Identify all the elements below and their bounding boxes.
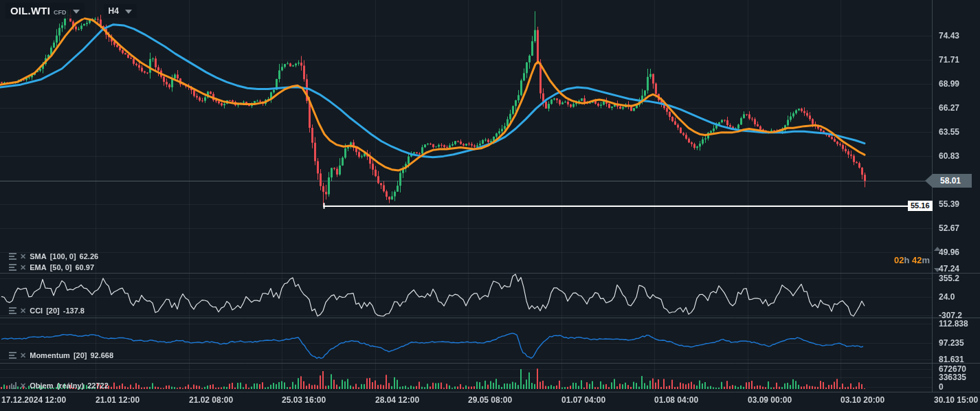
price-tick-label: 52.67 [939, 223, 959, 233]
price-tick-label: 63.55 [939, 127, 959, 137]
candle-countdown-timer: 02h 42m [894, 255, 930, 265]
indicator-params: [50, 0] [50, 263, 72, 271]
time-tick-label: 03.09 00:00 [748, 395, 792, 405]
time-tick-label: 29.05 08:00 [468, 395, 512, 405]
momentum-tick-label: 112.838 [939, 319, 968, 329]
price-tick-label: 66.27 [939, 103, 959, 113]
momentum-tick-label: 81.631 [939, 355, 964, 364]
time-tick-label: 01.07 04:00 [561, 395, 605, 405]
chevron-down-icon[interactable] [73, 10, 80, 14]
volume-tick-label: 336335 [939, 373, 966, 382]
price-tick-label: 47.24 [939, 264, 959, 274]
price-tick-label: 55.39 [939, 199, 959, 209]
symbol-name: OIL.WTI [10, 5, 50, 16]
time-tick-label: 03.10 20:00 [840, 395, 884, 405]
indicator-row-momentum: ✕ Momentum [20] 92.668 [8, 351, 113, 359]
indicator-value: -137.8 [63, 307, 85, 315]
time-tick-label: 17.12.2024 12:00 [1, 395, 66, 405]
indicator-remove-icon[interactable]: ✕ [20, 307, 26, 314]
indicator-name: SMA [30, 252, 46, 260]
indicator-settings-icon[interactable] [8, 307, 16, 315]
indicator-name: Momentum [30, 351, 70, 359]
indicator-value: 92.668 [90, 351, 113, 359]
indicator-remove-icon[interactable]: ✕ [20, 264, 26, 271]
support-line-label[interactable]: 55.16 [908, 201, 933, 211]
instrument-type-label: CFD [54, 9, 67, 16]
price-tick-label: 71.71 [939, 55, 959, 65]
chart-header: OIL.WTI CFD H4 [5, 3, 137, 19]
cci-tick-label: 24.0 [939, 292, 955, 302]
time-tick-label: 21.02 08:00 [189, 395, 233, 405]
indicator-value: 22722 [87, 381, 109, 390]
cci-tick-label: 355.2 [939, 274, 959, 283]
indicator-params: [20] [46, 307, 60, 315]
indicator-params: [100, 0] [50, 252, 76, 260]
timeframe-selector[interactable]: H4 [104, 4, 137, 18]
timeframe-label: H4 [109, 6, 119, 16]
price-tick-label: 60.83 [939, 151, 959, 161]
indicator-value: 62.26 [80, 252, 99, 260]
time-tick-label: 21.01 12:00 [96, 395, 140, 405]
indicator-name: EMA [30, 263, 46, 271]
chevron-down-icon[interactable] [125, 10, 132, 14]
time-tick-label: 25.03 16:00 [282, 395, 326, 405]
indicator-params: [20] [74, 351, 87, 359]
bar-chart-icon[interactable] [8, 382, 16, 390]
indicator-value: 60.97 [75, 263, 94, 271]
momentum-tick-label: 97.235 [939, 338, 964, 348]
timer-hours: 02 [894, 255, 904, 265]
indicator-row-sma: ✕ SMA [100, 0] 62.26 [8, 252, 98, 260]
timer-minutes-unit: m [922, 255, 930, 265]
indicator-name: Objem [30, 381, 53, 390]
time-tick-label: 28.04 12:00 [375, 395, 419, 405]
price-tick-label: 49.96 [939, 247, 959, 257]
indicator-settings-icon[interactable] [8, 253, 16, 260]
timer-minutes: 42 [912, 255, 922, 265]
indicator-row-volume: ✕ Objem (reálny) 22722 [8, 381, 109, 390]
indicator-row-ema: ✕ EMA [50, 0] 60.97 [8, 263, 94, 271]
chart-canvas[interactable] [0, 0, 980, 411]
volume-tick-label: 0 [939, 382, 944, 392]
time-tick-label: 01.08 04:00 [654, 395, 698, 405]
indicator-remove-icon[interactable]: ✕ [20, 253, 26, 260]
price-tick-label: 68.99 [939, 79, 959, 89]
indicator-remove-icon[interactable]: ✕ [20, 382, 26, 389]
trading-chart-window: OIL.WTI CFD H4 ✕ SMA [100, 0] 62.26 ✕ [0, 0, 980, 411]
indicator-remove-icon[interactable]: ✕ [20, 352, 26, 359]
time-tick-label: 30.10 15:00 [934, 395, 978, 405]
indicator-params: (reálny) [56, 381, 84, 390]
current-price-badge: 58.01 [925, 174, 972, 188]
indicator-settings-icon[interactable] [8, 352, 16, 359]
symbol-selector[interactable]: OIL.WTI CFD [5, 3, 85, 19]
indicator-row-cci: ✕ CCI [20] -137.8 [8, 307, 85, 315]
indicator-settings-icon[interactable] [8, 264, 16, 271]
price-tick-label: 74.43 [939, 31, 959, 41]
indicator-name: CCI [30, 307, 43, 315]
